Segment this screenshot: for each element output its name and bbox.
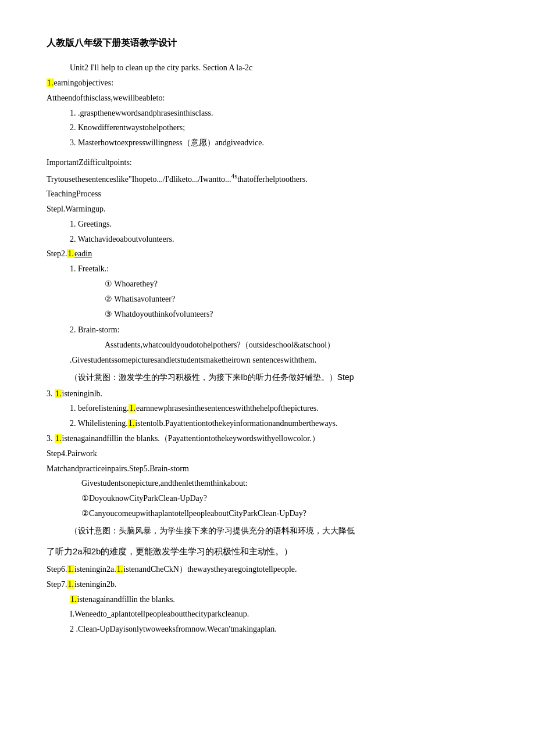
learning-obj-label: earningobjectives: bbox=[54, 78, 114, 87]
list-item: ② Whatisavolunteer? bbox=[105, 292, 488, 306]
step2-freetalk: 1. Freetalk.: ① Whoarethey? ② Whatisavol… bbox=[47, 262, 488, 367]
freetalk-heading: 1. Freetalk.: bbox=[70, 262, 488, 276]
highlight-step6-2: 1. bbox=[116, 565, 124, 574]
highlight-step3: 1. bbox=[55, 389, 62, 398]
learning-objectives-heading: 1.earningobjectives: bbox=[47, 76, 488, 90]
step1-items: 1. Greetings. 2. Watchavideoaboutvolunte… bbox=[47, 217, 488, 246]
step3-listenagain: 3. 1.istenagainandfillin the blanks.（Pay… bbox=[47, 432, 488, 446]
learning-obj-intro: Attheendofthisclass,wewillbeableto: bbox=[47, 91, 488, 105]
important-points-text: Trytousethesentenceslike"Ihopeto.../I'dl… bbox=[47, 171, 488, 186]
page-container: 人教版八年级下册英语教学设计 Unit2 I'll help to clean … bbox=[47, 35, 488, 636]
step4-heading: Step4.Pairwork bbox=[47, 447, 488, 461]
step5-give: Givestudentsonepicture,andthenletthemthi… bbox=[47, 476, 488, 490]
step5-q2: ②CanyoucomeupwithaplantotellpeopleaboutC… bbox=[47, 507, 488, 521]
step7-sentence2: 2 .Clean-UpDayisonlytwoweeksfromnow.Weca… bbox=[47, 622, 488, 636]
design-note-1: （设计意图：激发学生的学习积极性，为接下来Ib的听力任务做好铺垫。）Step bbox=[47, 371, 488, 385]
list-item: 1. .graspthenewwordsandphrasesinthisclas… bbox=[70, 106, 488, 120]
highlight-listenagain: 1. bbox=[55, 434, 62, 443]
list-item: 3. Masterhowtoexpresswillingness（意愿）andg… bbox=[70, 136, 488, 150]
step7-heading: Step7.1.isteningin2b. bbox=[47, 578, 488, 592]
page-title: 人教版八年级下册英语教学设计 bbox=[47, 35, 488, 51]
list-item: 2. Knowdifferentwaystohelpothers; bbox=[70, 121, 488, 135]
learning-obj-items: 1. .graspthenewwordsandphrasesinthisclas… bbox=[47, 106, 488, 150]
list-item: ① Whoarethey? bbox=[105, 277, 488, 291]
important-points-heading: ImportantZdifficultpoints: bbox=[47, 156, 488, 170]
highlight-step7: 1. bbox=[67, 580, 74, 589]
step6-heading: Step6.1.isteningin2a.1.istenandCheCkN）th… bbox=[47, 562, 488, 576]
list-item: 1. Greetings. bbox=[70, 217, 488, 231]
list-item: ③ Whatdoyouthinkofvolunteers? bbox=[105, 307, 488, 321]
step5-q1: ①DoyouknowCityParkClean-UpDay? bbox=[47, 492, 488, 506]
list-item: 1. beforelistening.1.earnnewphrasesinthe… bbox=[70, 402, 488, 415]
brainstorm-text: Asstudents,whatcouldyoudotohelpothers?（o… bbox=[70, 338, 488, 352]
step7-sentence1: I.Weneedto_aplantotellpeopleaboutthecity… bbox=[47, 607, 488, 621]
highlight-step2: 1. bbox=[67, 249, 74, 258]
freetalk-items: ① Whoarethey? ② Whatisavolunteer? ③ What… bbox=[70, 277, 488, 321]
step3-heading: 3. 1.isteninginlb. bbox=[47, 387, 488, 401]
subtitle-line: Unit2 I'll help to clean up the city par… bbox=[47, 61, 488, 75]
list-item: 2. Watchavideoaboutvolunteers. bbox=[70, 232, 488, 246]
design-note-3: 了听力2a和2b的难度，更能激发学生学习的积极性和主动性。） bbox=[47, 544, 488, 560]
brainstorm-heading: 2. Brain-storm: bbox=[70, 323, 488, 337]
brainstorm-note: .Givestudentssomepicturesandletstudentsm… bbox=[70, 353, 488, 367]
step2-heading: Step2.1.eadin bbox=[47, 247, 488, 261]
list-item: 2. Whilelistening.1.istentolb.Payattenti… bbox=[70, 417, 488, 431]
highlight-step6-1: 1. bbox=[67, 565, 74, 574]
step1-heading: Stepl.Warmingup. bbox=[47, 202, 488, 216]
step3-items: 1. beforelistening.1.earnnewphrasesinthe… bbox=[47, 402, 488, 431]
step4-text: Matchandpracticeinpairs.Step5.Brain-stor… bbox=[47, 462, 488, 476]
highlight-1: 1. bbox=[47, 78, 54, 87]
teaching-process-heading: TeachingProcess bbox=[47, 187, 488, 201]
subtitle-text: Unit2 I'll help to clean up the city par… bbox=[70, 63, 252, 72]
highlight-whilelistening: 1. bbox=[128, 419, 135, 428]
step7-listenagain: 1.istenagainandfillin the blanks. bbox=[47, 593, 488, 607]
highlight-beforelistening: 1. bbox=[129, 404, 136, 413]
design-note-2: （设计意图：头脑风暴，为学生接下来的学习提供充分的语料和环境，大大降低 bbox=[47, 524, 488, 538]
highlight-step7-listen: 1. bbox=[70, 595, 77, 604]
